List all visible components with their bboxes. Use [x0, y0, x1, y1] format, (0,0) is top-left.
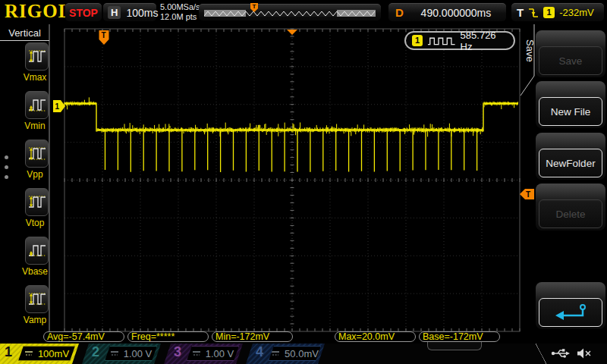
- delay-label: D: [395, 6, 404, 19]
- measurement-base: Base=-172mV: [419, 331, 500, 342]
- vpp-measure-icon: [25, 140, 49, 168]
- left-menu-item-vtop[interactable]: Vtop: [0, 188, 50, 228]
- channel-3-badge[interactable]: 3 1.00 V: [164, 344, 243, 364]
- channel-status-bar: 1 100mV2 1.00 V3 1.00 V4 50.0mV: [0, 344, 607, 364]
- softkey-newfolder-button[interactable]: NewFolder: [539, 149, 602, 177]
- status-icons: [551, 345, 604, 362]
- channel1-level-marker-icon: 1: [53, 100, 65, 112]
- left-menu-title: Vertical: [0, 27, 49, 39]
- brand-logo: RIGOL: [5, 1, 71, 22]
- dc-coupling-icon: [24, 350, 33, 357]
- left-menu-item-vamp[interactable]: Vamp: [0, 285, 50, 325]
- trigger-label: T: [517, 6, 524, 19]
- run-state-label: STOP: [69, 7, 98, 19]
- menu-scroll-dot: [5, 155, 8, 159]
- channel-scale-value: 100mV: [38, 348, 69, 359]
- trigger-level-marker-icon: T: [520, 189, 534, 199]
- speaker-muted-icon: [577, 347, 592, 359]
- trigger-badge: T 1 -232mV: [511, 3, 604, 21]
- timebase-value: 100ms: [126, 7, 158, 19]
- status-divider: [536, 344, 546, 364]
- left-menu-item-label: Vamp: [14, 315, 56, 325]
- center-time-marker-icon: [287, 30, 297, 35]
- right-menu-tab-label: Save: [524, 39, 536, 85]
- vmin-measure-icon: [25, 91, 49, 119]
- menu-scroll-dot: [5, 165, 8, 169]
- menu-scroll-dot: [5, 175, 8, 179]
- channel-number: 4: [256, 344, 263, 360]
- channel-4-badge[interactable]: 4 50.0mV: [246, 344, 325, 364]
- channel-scale-box: 50.0mV: [269, 346, 321, 361]
- sample-rate: 5.00MSa/s: [160, 2, 200, 12]
- measurement-min: Min=-172mV: [212, 331, 293, 342]
- frequency-value: 585.726 Hz: [461, 30, 508, 52]
- vamp-measure-icon: [25, 285, 49, 313]
- channel-scale-box: 1.00 V: [187, 346, 239, 361]
- menu-notch-tab: [427, 342, 482, 350]
- horizontal-label: H: [108, 6, 121, 19]
- vtop-measure-icon: [25, 188, 49, 216]
- left-menu-item-vmax[interactable]: Vmax: [0, 42, 50, 83]
- left-menu-item-label: Vpp: [14, 169, 56, 180]
- oscilloscope-screen: 1TT RIGOL STOP H 100ms 5.00MSa/s 12.0M p…: [0, 0, 607, 364]
- channel-number: 1: [5, 344, 12, 360]
- falling-edge-icon: [528, 8, 539, 18]
- waveform-position-thumbnail: T: [199, 4, 381, 20]
- delay-badge: D 490.000000ms: [388, 3, 506, 21]
- channel-scale-box: 1.00 V: [105, 346, 157, 361]
- channel-2-badge[interactable]: 2 1.00 V: [82, 344, 161, 364]
- run-state-badge: STOP: [65, 3, 102, 21]
- svg-text:T: T: [526, 190, 530, 199]
- trigger-level-value: -232mV: [559, 7, 594, 18]
- channel-number: 2: [92, 344, 99, 360]
- frequency-counter-badge: 1 585.726 Hz: [404, 31, 515, 50]
- softkey-slot: New File: [536, 81, 605, 128]
- usb-icon: [551, 347, 571, 359]
- svg-text:1: 1: [55, 102, 60, 111]
- return-arrow-icon: [551, 303, 590, 322]
- channel-scale-box: 100mV: [18, 346, 75, 361]
- softkey-slot: NewFolder: [536, 133, 605, 180]
- square-wave-icon: [427, 36, 456, 46]
- channel-number: 3: [174, 344, 181, 360]
- trigger-source-badge: 1: [543, 7, 555, 18]
- left-menu-item-label: Vmin: [14, 121, 56, 131]
- waveform-canvas: 1TT: [0, 0, 607, 364]
- trigger-position-marker-icon: T: [99, 30, 109, 45]
- dc-coupling-icon: [110, 350, 119, 357]
- graticule-grid: [64, 29, 520, 331]
- counter-source-badge: 1: [412, 35, 423, 46]
- channel-scale-value: 50.0mV: [285, 348, 319, 359]
- softkey-save-button: Save: [539, 46, 602, 75]
- vmax-measure-icon: [25, 42, 49, 71]
- softkey-slot: [536, 282, 605, 329]
- dc-coupling-icon: [271, 350, 280, 357]
- softkey-slot: Delete: [536, 184, 605, 231]
- softkey-delete-button: Delete: [539, 199, 602, 228]
- horizontal-timebase-badge: H 100ms: [103, 3, 156, 21]
- dc-coupling-icon: [192, 350, 201, 357]
- left-menu-item-vpp[interactable]: Vpp: [0, 140, 50, 180]
- delay-value: 490.000000ms: [413, 7, 499, 19]
- left-menu-item-label: Vtop: [14, 218, 56, 228]
- measurement-freq: Freq=*****: [127, 331, 209, 342]
- left-menu-item-label: Vbase: [14, 266, 56, 277]
- channel-scale-value: 1.00 V: [124, 348, 153, 359]
- channel-1-badge[interactable]: 1 100mV: [0, 344, 79, 364]
- left-menu-divider: [0, 40, 49, 41]
- left-menu-item-vbase[interactable]: Vbase: [0, 237, 50, 277]
- left-menu-item-label: Vmax: [14, 72, 56, 83]
- acquisition-info: 5.00MSa/s 12.0M pts: [160, 2, 200, 22]
- measurement-avg: Avg=-57.4mV: [43, 331, 124, 342]
- channel-scale-value: 1.00 V: [206, 348, 234, 359]
- softkey-new-file-button[interactable]: New File: [539, 97, 602, 126]
- left-menu-item-vmin[interactable]: Vmin: [0, 91, 50, 131]
- vbase-measure-icon: [25, 237, 49, 265]
- softkey-return-button[interactable]: [539, 298, 602, 327]
- memory-depth: 12.0M pts: [160, 12, 200, 22]
- measurement-max: Max=20.0mV: [335, 331, 416, 342]
- thumbnail-wave-icon: [204, 10, 376, 17]
- svg-text:T: T: [102, 31, 106, 39]
- softkey-slot: Save: [536, 30, 605, 77]
